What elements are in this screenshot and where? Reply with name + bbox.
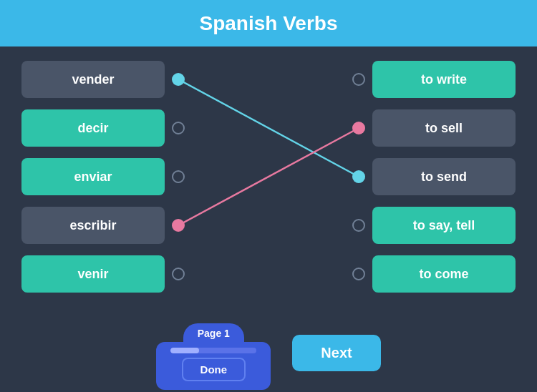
left-word-btn-decir[interactable]: decir — [21, 109, 165, 147]
right-dot-1 — [352, 122, 365, 134]
progress-bar-fill — [170, 348, 199, 353]
left-word-row-3: escribir — [21, 207, 185, 244]
left-dot-0 — [172, 73, 185, 86]
left-dot-2 — [172, 170, 185, 183]
right-word-row-3: to say, tell — [352, 207, 516, 244]
right-word-btn-to_write[interactable]: to write — [372, 61, 516, 98]
right-column: to writeto sellto sendto say, tellto com… — [352, 61, 516, 293]
app-header: Spanish Verbs — [0, 0, 537, 46]
next-button[interactable]: Next — [292, 335, 380, 371]
left-dot-4 — [172, 268, 185, 280]
done-container: Done — [156, 342, 271, 390]
page-badge-container: Page 1 Done — [156, 323, 271, 390]
right-word-row-2: to send — [352, 158, 516, 195]
app-title: Spanish Verbs — [200, 12, 338, 35]
left-dot-1 — [172, 122, 185, 134]
right-dot-0 — [352, 73, 365, 86]
left-word-btn-escribir[interactable]: escribir — [21, 207, 165, 244]
left-word-btn-vender[interactable]: vender — [21, 61, 165, 98]
left-word-btn-venir[interactable]: venir — [21, 255, 165, 293]
right-word-row-1: to sell — [352, 109, 516, 147]
right-word-row-4: to come — [352, 255, 516, 293]
left-word-row-0: vender — [21, 61, 185, 98]
right-word-row-0: to write — [352, 61, 516, 98]
right-word-btn-to_say_tell[interactable]: to say, tell — [372, 207, 516, 244]
left-dot-3 — [172, 219, 185, 232]
main-content: venderdecirenviarescribirvenir to writet… — [0, 46, 537, 392]
bottom-area: Page 1 Done Next — [0, 320, 537, 392]
right-dot-2 — [352, 170, 365, 183]
right-word-btn-to_send[interactable]: to send — [372, 158, 516, 195]
progress-bar-bg — [170, 348, 256, 353]
done-button[interactable]: Done — [182, 358, 246, 381]
matching-columns: venderdecirenviarescribirvenir to writet… — [0, 46, 537, 307]
right-dot-4 — [352, 268, 365, 280]
left-word-row-2: enviar — [21, 158, 185, 195]
left-column: venderdecirenviarescribirvenir — [21, 61, 185, 293]
left-word-row-1: decir — [21, 109, 185, 147]
left-word-btn-enviar[interactable]: enviar — [21, 158, 165, 195]
right-dot-3 — [352, 219, 365, 232]
right-word-btn-to_come[interactable]: to come — [372, 255, 516, 293]
right-word-btn-to_sell[interactable]: to sell — [372, 109, 516, 147]
left-word-row-4: venir — [21, 255, 185, 293]
page-badge: Page 1 — [183, 323, 244, 343]
